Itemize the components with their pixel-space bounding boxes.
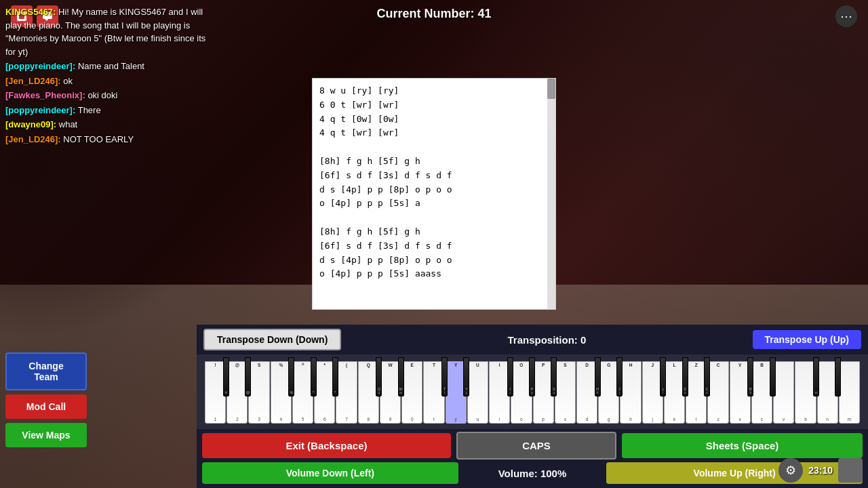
black-key-bot-label-10: p (531, 391, 533, 394)
black-key-13[interactable]: Jj (616, 357, 623, 396)
chat-message-7: [Jen_LD246]: NOT TOO EARLY (5, 133, 212, 146)
piano-ui: Transpose Down (Down) Transposition: 0 T… (197, 325, 868, 488)
chat-message-6: [dwayne09]: what (5, 118, 212, 131)
chat-text-6: what (59, 119, 77, 129)
exit-button[interactable]: Exit (Backspace) (202, 433, 451, 458)
white-key-bot-label-21: k (673, 417, 675, 422)
black-key-2[interactable]: % (288, 357, 294, 396)
white-key-top-label-10: T (433, 363, 435, 368)
white-key-top-label-0: ! (215, 363, 216, 368)
black-key-15[interactable]: Zz (682, 357, 688, 396)
caps-button[interactable]: CAPS (456, 432, 616, 460)
chat-message-5: [poppyreindeer]: There (5, 104, 212, 117)
sheet-line: o [4p] p p p [5s] a (319, 197, 549, 211)
white-key-bot-label-0: 1 (214, 417, 217, 422)
black-key-0[interactable]: # (223, 357, 229, 396)
white-key-top-label-18: G (607, 363, 610, 368)
white-key-bot-label-9: 0 (411, 417, 414, 422)
black-key-9[interactable]: Ii (507, 357, 513, 396)
menu-icon[interactable]: ⋯ (835, 5, 857, 27)
black-key-19[interactable]: m (813, 357, 819, 396)
chat-message-2: [poppyreindeer]: Name and Talent (5, 60, 212, 73)
white-key-bot-label-4: 5 (302, 417, 304, 422)
white-key-bot-label-17: d (586, 417, 589, 422)
chat-text-2: Name and Talent (78, 61, 144, 71)
volume-down-button[interactable]: Volume Down (Left) (202, 462, 458, 484)
white-key-16[interactable]: Ss (555, 361, 576, 424)
black-key-11[interactable]: Ss (551, 357, 557, 396)
black-key-bot-label-6: w (399, 391, 402, 394)
white-key-bot-label-24: x (739, 417, 741, 422)
white-key-top-label-15: P (542, 363, 545, 368)
white-key-top-label-19: H (629, 363, 633, 368)
black-key-bot-label-7: t (444, 391, 445, 394)
avatar (838, 458, 863, 483)
white-key-bot-label-5: 6 (323, 417, 326, 422)
transposition-label: Transposition: 0 (508, 334, 587, 346)
sheet-line: [6f] s d f [3s] d f s d f (319, 169, 549, 183)
white-key-top-label-2: S (258, 363, 260, 368)
sheets-button[interactable]: Sheets (Space) (622, 433, 863, 458)
white-key-23[interactable]: Cz (707, 361, 728, 424)
sheet-line: 4 q t [wr] [wr] (319, 126, 549, 140)
white-key-bot-label-6: 7 (345, 417, 348, 422)
black-key-bot-label-11: s (553, 391, 555, 394)
white-key-2[interactable]: S3 (248, 361, 269, 424)
chat-name-2: [poppyreindeer]: (5, 61, 75, 71)
sheet-panel: 8 w u [ry] [ry]6 0 t [wr] [wr]4 q t [0w]… (312, 78, 556, 310)
white-key-19[interactable]: Hh (620, 361, 641, 424)
transpose-down-button[interactable]: Transpose Down (Down) (203, 329, 341, 350)
white-key-bot-label-12: u (477, 417, 479, 422)
white-key-top-label-9: E (411, 363, 414, 368)
black-key-16[interactable]: Cc (704, 357, 710, 396)
black-key-bot-label-5: q (378, 391, 380, 394)
black-key-4[interactable]: * (332, 357, 338, 396)
white-key-bot-label-16: s (564, 417, 566, 422)
sheet-content[interactable]: 8 w u [ry] [ry]6 0 t [wr] [wr]4 q t [0w]… (313, 79, 555, 309)
white-key-bot-label-20: j (652, 417, 653, 422)
white-key-bot-label-23: z (717, 417, 719, 422)
current-number-display: Current Number: 41 (376, 7, 491, 21)
white-key-26[interactable]: v (773, 361, 794, 424)
white-key-top-label-23: C (717, 363, 720, 368)
sheet-line (319, 211, 549, 225)
white-key-top-label-7: Q (367, 363, 370, 368)
black-key-3[interactable]: ^ (311, 357, 317, 396)
change-team-button[interactable]: Change Team (5, 352, 87, 390)
white-key-bot-label-11: y (455, 417, 457, 422)
sheet-scrollbar-thumb[interactable] (547, 79, 555, 99)
white-key-bot-label-27: b (804, 417, 807, 422)
black-key-12[interactable]: Hh (595, 357, 601, 396)
chat-name-7: [Jen_LD246]: (5, 134, 61, 144)
white-key-top-label-11: Y (454, 363, 457, 368)
black-key-18[interactable] (770, 357, 776, 396)
black-key-bot-label-16: c (706, 391, 708, 394)
black-key-20[interactable] (835, 357, 841, 396)
chat-name-5: [poppyreindeer]: (5, 105, 75, 115)
chat-text-4: oki doki (87, 90, 117, 100)
white-key-29[interactable]: m (839, 361, 860, 424)
black-key-5[interactable]: Qq (376, 357, 382, 396)
piano-wrapper: !1@2S3%4^5*6(7Q8W9E0TtYyUuIiOoPpSsDdGgHh… (202, 357, 863, 425)
sheet-line (319, 140, 549, 155)
black-key-bot-label-13: j (619, 391, 620, 394)
view-maps-button[interactable]: View Maps (5, 423, 87, 447)
white-key-6[interactable]: (7 (336, 361, 357, 424)
white-key-bot-label-22: l (696, 417, 696, 422)
chat-text-3: ok (63, 76, 73, 86)
black-key-1[interactable]: @ (245, 357, 251, 396)
transpose-up-button[interactable]: Transpose Up (Up) (753, 330, 861, 349)
white-key-12[interactable]: Uu (467, 361, 488, 424)
settings-button[interactable]: ⚙ (778, 458, 803, 483)
mod-call-button[interactable]: Mod Call (5, 394, 87, 419)
black-key-10[interactable]: Pp (529, 357, 535, 396)
black-key-6[interactable]: Ww (398, 357, 404, 396)
black-key-8[interactable]: Yy (463, 357, 469, 396)
black-key-7[interactable]: Tt (441, 357, 448, 396)
black-key-17[interactable]: Bb (747, 357, 753, 396)
white-key-bot-label-3: 4 (280, 417, 283, 422)
black-key-14[interactable]: Ll (660, 357, 666, 396)
white-key-bot-label-2: 3 (258, 417, 260, 422)
white-key-9[interactable]: E0 (401, 361, 422, 424)
sheet-scrollbar[interactable] (547, 79, 555, 309)
